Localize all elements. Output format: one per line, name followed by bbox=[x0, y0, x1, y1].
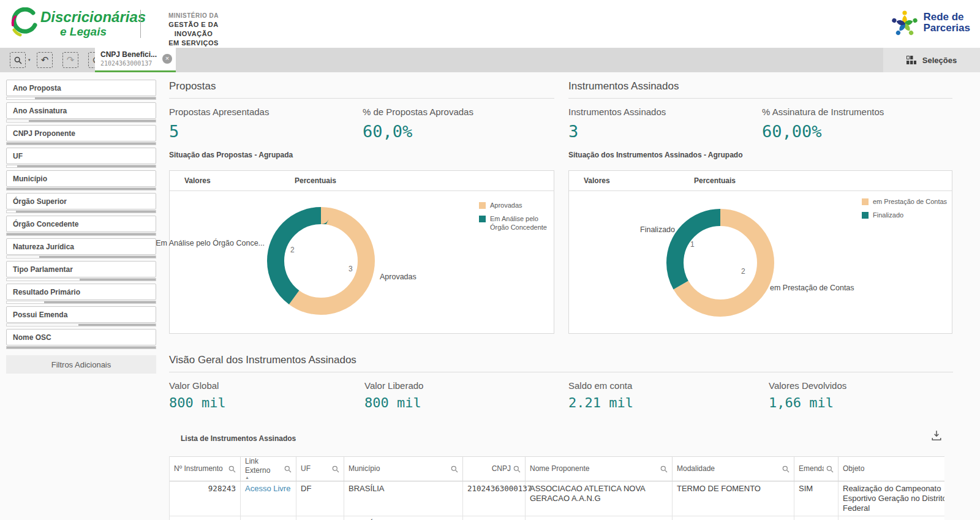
kpi-valor-liberado: Valor Liberado 800 mil bbox=[364, 380, 568, 410]
app-logo-text: Discricionárias e Legais bbox=[40, 10, 146, 37]
filter-label: Tipo Parlamentar bbox=[13, 265, 73, 274]
table-cell-objeto: Realização do Campeonato Futsal Nov no D… bbox=[839, 516, 944, 520]
sort-ascending-icon: ▲ bbox=[245, 475, 282, 480]
filter-label: CNPJ Proponente bbox=[13, 129, 75, 138]
search-icon[interactable] bbox=[284, 465, 292, 473]
smart-search-button[interactable] bbox=[10, 52, 26, 68]
table-cell-cnpj: 21024363000137 bbox=[463, 481, 526, 516]
search-icon[interactable] bbox=[660, 465, 668, 473]
filter-label: Natureza Jurídica bbox=[13, 243, 74, 251]
chart-tab-valores[interactable]: Valores bbox=[184, 176, 295, 185]
filter-label: Município bbox=[13, 175, 47, 183]
selection-field-value: 21024363000137 bbox=[100, 60, 161, 67]
chart-tab-valores[interactable]: Valores bbox=[584, 176, 694, 185]
filter-label: Ano Assinatura bbox=[13, 107, 67, 115]
filter-uf[interactable]: UF bbox=[6, 148, 156, 168]
table-cell-modalidade: TERMO DE FOMENTO bbox=[673, 516, 794, 520]
search-dropdown-caret[interactable]: ▾ bbox=[28, 58, 31, 62]
legend-swatch bbox=[862, 198, 869, 205]
filter-state-bar bbox=[6, 119, 156, 122]
table-cell-uf: DF bbox=[296, 516, 344, 520]
filter-nome-osc[interactable]: Nome OSC bbox=[6, 329, 156, 349]
legend-entry: Aprovadas bbox=[479, 202, 552, 210]
step-back-button[interactable]: ↶ bbox=[37, 52, 53, 68]
chart-tab-percentuais[interactable]: Percentuais bbox=[295, 176, 336, 185]
kpi-label: % Assinatura de Instrumentos bbox=[762, 107, 884, 117]
instruments-table: Nº InstrumentoLink Externo▲UFMunicípioCN… bbox=[169, 456, 944, 520]
legend-entry: Em Análise pelo Órgão Concedente bbox=[479, 215, 552, 232]
column-header-link-externo[interactable]: Link Externo▲ bbox=[241, 457, 296, 481]
kpi-value: 3 bbox=[568, 122, 762, 141]
filter-label: Órgão Superior bbox=[13, 197, 67, 206]
search-icon[interactable] bbox=[826, 465, 834, 473]
selections-button[interactable]: Seleções bbox=[883, 48, 980, 72]
filter-label: Órgão Concedente bbox=[13, 220, 78, 228]
column-label: CNPJ bbox=[492, 464, 511, 473]
kpi-value: 800 mil bbox=[364, 395, 568, 410]
legend-swatch bbox=[862, 212, 869, 219]
filter-ano-assinatura[interactable]: Ano Assinatura bbox=[6, 102, 156, 122]
search-icon[interactable] bbox=[451, 465, 458, 473]
section-instrumentos-assinados: Instrumentos Assinados Instrumentos Assi… bbox=[568, 80, 952, 141]
filter-possui-emenda[interactable]: Possui Emenda bbox=[6, 306, 156, 326]
chart-tab-percentuais[interactable]: Percentuais bbox=[694, 176, 736, 185]
section-lista-instrumentos: Lista de Instrumentos Assinados Nº Instr… bbox=[169, 429, 944, 520]
filter-state-bar bbox=[6, 301, 156, 304]
column-header-modalidade[interactable]: Modalidade bbox=[673, 457, 794, 481]
slice-callout-prestacao-contas: em Prestação de Contas bbox=[770, 284, 854, 292]
legend-swatch bbox=[479, 216, 486, 222]
external-link[interactable]: Acesso Livre bbox=[241, 481, 296, 516]
selections-label: Seleções bbox=[922, 56, 957, 65]
search-icon[interactable] bbox=[332, 465, 339, 473]
column-header-cnpj[interactable]: CNPJ bbox=[463, 457, 526, 481]
search-icon[interactable] bbox=[228, 465, 236, 473]
filter-state-bar bbox=[6, 255, 156, 258]
filter-munic-pio[interactable]: Município bbox=[6, 170, 156, 190]
section-visao-geral: Visão Geral dos Instrumentos Assinados V… bbox=[169, 354, 953, 410]
search-icon[interactable] bbox=[782, 465, 790, 473]
filter-cnpj-proponente[interactable]: CNPJ Proponente bbox=[6, 125, 156, 145]
step-forward-button[interactable]: ↷ bbox=[62, 52, 78, 68]
filter-label: Resultado Primário bbox=[13, 288, 80, 296]
external-link[interactable]: Acesso Livre bbox=[241, 516, 296, 520]
column-header-uf[interactable]: UF bbox=[296, 457, 344, 481]
partner-line2: Parcerias bbox=[923, 23, 970, 34]
legend-label: Em Análise pelo Órgão Concedente bbox=[490, 215, 552, 232]
filter-natureza-jur-dica[interactable]: Natureza Jurídica bbox=[6, 238, 156, 258]
filter-tipo-parlamentar[interactable]: Tipo Parlamentar bbox=[6, 261, 156, 281]
selections-toolbar: ▾ ↶ ↷ ⊘ CNPJ Benefici... 21024363000137 … bbox=[0, 48, 980, 72]
table-cell-uf: DF bbox=[296, 481, 344, 516]
kpi-label: Propostas Apresentadas bbox=[169, 107, 363, 117]
filter-rg-o-superior[interactable]: Órgão Superior bbox=[6, 193, 156, 213]
discricionarias-swirl-icon bbox=[7, 7, 39, 39]
search-icon[interactable] bbox=[513, 465, 521, 473]
filter-resultado-prim-rio[interactable]: Resultado Primário bbox=[6, 284, 156, 304]
filter-state-bar bbox=[6, 165, 156, 168]
column-label: Nome Proponente bbox=[530, 464, 589, 473]
app-logo: Discricionárias e Legais bbox=[7, 7, 146, 39]
filter-ano-proposta[interactable]: Ano Proposta bbox=[6, 80, 156, 100]
kpi-value: 60,00% bbox=[762, 122, 884, 141]
filter-state-bar bbox=[6, 97, 156, 100]
column-header-objeto[interactable]: Objeto bbox=[839, 457, 944, 481]
filter-rg-o-concedente[interactable]: Órgão Concedente bbox=[6, 216, 156, 236]
filter-label: Ano Proposta bbox=[13, 84, 61, 92]
column-header-munic-pio[interactable]: Município bbox=[344, 457, 463, 481]
column-header-n-instrumento[interactable]: Nº Instrumento bbox=[170, 457, 241, 481]
header-divider bbox=[140, 10, 141, 38]
search-icon bbox=[14, 56, 22, 64]
section-title: Propostas bbox=[169, 80, 554, 99]
column-header-nome-proponente[interactable]: Nome Proponente bbox=[526, 457, 673, 481]
selection-tab-cnpj-beneficiario[interactable]: CNPJ Benefici... 21024363000137 × bbox=[95, 48, 176, 72]
slice-value-aprovadas: 3 bbox=[349, 265, 353, 273]
column-header-emenda[interactable]: Emenda bbox=[794, 457, 839, 481]
selection-field-name: CNPJ Benefici... bbox=[100, 50, 161, 59]
partner-line1: Rede de bbox=[923, 12, 970, 23]
table-cell-n-instrumento: 936678 bbox=[170, 516, 241, 520]
kpi-valores-devolvidos: Valores Devolvidos 1,66 mil bbox=[769, 380, 846, 410]
filter-state-bar bbox=[6, 187, 156, 190]
ministry-line2: GESTÃO E DA INOVAÇÃO bbox=[153, 20, 234, 39]
additional-filters-button[interactable]: Filtros Adicionais bbox=[6, 355, 156, 374]
close-icon[interactable]: × bbox=[162, 54, 172, 64]
download-button[interactable] bbox=[931, 430, 943, 442]
